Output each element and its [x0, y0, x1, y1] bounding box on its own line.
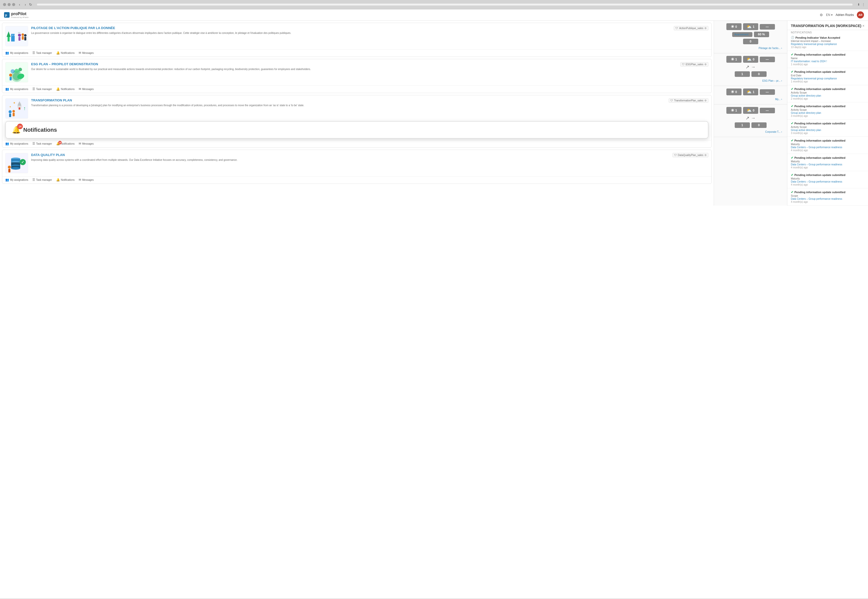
user-name[interactable]: Adrien Rozès — [836, 13, 854, 17]
plan-title-row: ESG PLAN – PROPILOT DEMONSTRATION 🛡 ESGP… — [31, 62, 708, 66]
notif-title-2: ✔ Pending information update submitted — [791, 70, 865, 74]
more-icon[interactable]: ⋮ — [862, 3, 865, 6]
clock-icon: 🕐 — [791, 36, 794, 39]
metric-dash-pilotage: — — [760, 24, 775, 30]
footer-taskmanager-1[interactable]: ☰ Task manager — [32, 87, 52, 91]
plan-card-header: ✓ DATA QUALITY PLAN 🛡 DataQualityPlan_sa… — [2, 150, 711, 175]
check-icon: ✔ — [791, 87, 793, 91]
footer-assignations-3[interactable]: 👥 My assignations — [5, 178, 28, 182]
footer-notifications-0[interactable]: 🔔 Notifications — [56, 51, 75, 55]
arrow-up-icon-esg: ↗ — [746, 64, 749, 70]
footer-notifications-3[interactable]: 🔔 Notifications — [56, 178, 75, 182]
footer-label: Notifications — [61, 88, 75, 90]
footer-assignations-0[interactable]: 👥 My assignations — [5, 51, 28, 55]
metric-cloud-esg: ⛅ 0 — [743, 56, 758, 63]
notif-desc-6: Maturity — [791, 143, 865, 146]
notif-title-4: ✔ Pending information update submitted — [791, 104, 865, 108]
settings-icon[interactable]: ⚙ — [820, 13, 823, 17]
notif-link-5[interactable]: Group active directory plan — [791, 129, 865, 131]
download-icon[interactable]: ⬇ — [857, 3, 860, 6]
language-selector[interactable]: EN ▾ — [826, 13, 833, 17]
footer-taskmanager-3[interactable]: ☰ Task manager — [32, 178, 52, 182]
bell-icon: 🔔 — [56, 87, 60, 91]
metrics-footer-pilotage[interactable]: Pilotage de l'actio... › — [716, 46, 785, 51]
check-icon: ✔ — [791, 53, 793, 56]
shield-icon: 🛡 — [674, 154, 677, 157]
url-bar[interactable] — [37, 3, 853, 6]
forward-button[interactable]: › — [24, 2, 27, 7]
metrics-footer-esg[interactable]: ESG Plan – pr... › — [716, 78, 785, 83]
notif-link-2[interactable]: Regulatory transversal group compliance — [791, 77, 865, 80]
refresh-button[interactable]: ↻ — [29, 3, 32, 7]
notif-link-6[interactable]: Data Centers – Group performance readine… — [791, 146, 865, 149]
footer-assignations-1[interactable]: 👥 My assignations — [5, 87, 28, 91]
metrics-transformation: ☀ 0 ⛅ 1 — My... › — [714, 86, 787, 104]
svg-point-46 — [8, 166, 11, 169]
notification-count: 14 — [17, 123, 23, 129]
app: p proPilot Powered by dFakto ⚙ EN ▾ Adri… — [0, 9, 868, 598]
footer-taskmanager-2[interactable]: ☰ Task manager — [32, 142, 52, 145]
notif-title-8: ✔ Pending information update submitted — [791, 173, 865, 177]
metrics-footer-dataquality[interactable]: Corporate T... › — [716, 129, 785, 134]
footer-messages-1[interactable]: ✉ Messages — [79, 87, 94, 91]
notif-desc-2: End Date — [791, 74, 865, 77]
svg-rect-6 — [12, 35, 13, 36]
plan-title-row: PILOTAGE DE L'ACTION PUBLIQUE PAR LA DON… — [31, 26, 708, 30]
footer-label: Task manager — [36, 142, 52, 145]
svg-point-10 — [21, 33, 24, 36]
logo-sub: Powered by dFakto — [11, 16, 29, 18]
notif-desc-9: Scope — [791, 194, 865, 197]
notif-link-4[interactable]: Group active directory plan — [791, 111, 865, 114]
check-icon: ✔ — [791, 156, 793, 160]
notif-panel-title: TRANSFORMATION PLAN (WORKSPACE) — [791, 24, 861, 28]
notif-link-7[interactable]: Data Centers – Group performance readine… — [791, 163, 865, 166]
footer-taskmanager-0[interactable]: ☰ Task manager — [32, 51, 52, 55]
gear-icon-esg[interactable]: ⚙ — [704, 63, 707, 66]
avatar[interactable]: AR — [857, 11, 864, 18]
svg-rect-34 — [13, 113, 15, 116]
footer-messages-2[interactable]: ✉ Messages — [79, 142, 94, 145]
notif-item-8: ✔ Pending information update submitted M… — [787, 171, 868, 188]
metric-pct-pilotage: 60 % — [754, 32, 769, 37]
footer-messages-3[interactable]: ✉ Messages — [79, 178, 94, 182]
metrics-footer-transformation[interactable]: My... › — [716, 97, 785, 102]
metrics-row-top-pilotage: ☀ 0 ⛅ 1 — — [716, 23, 785, 30]
notif-link-8[interactable]: Data Centers – Group performance readine… — [791, 180, 865, 183]
footer-messages-0[interactable]: ✉ Messages — [79, 51, 94, 55]
notif-time-7: 4 month(s) ago — [791, 166, 865, 169]
notif-time-8: 4 month(s) ago — [791, 183, 865, 186]
plan-tag-esg: 🛡 ESGPlan_sales ⚙ — [680, 62, 708, 66]
notif-link-9[interactable]: Data Centers – Group performance readine… — [791, 197, 865, 200]
footer-notifications-1[interactable]: 🔔 Notifications — [56, 87, 75, 91]
notif-link-3[interactable]: Group active directory plan — [791, 94, 865, 97]
metric-cloud-transformation: ⛅ 1 — [743, 89, 758, 95]
close-button[interactable]: × — [862, 24, 865, 28]
svg-text:✓: ✓ — [21, 160, 24, 164]
notif-link-0[interactable]: Regulatory transversal group compliance — [791, 43, 865, 45]
footer-label: My assignations — [10, 142, 28, 145]
mail-icon: ✉ — [79, 142, 81, 145]
svg-rect-7 — [14, 35, 15, 36]
plan-title-row: DATA QUALITY PLAN 🛡 DataQualityPlan_sale… — [31, 153, 708, 157]
svg-text:★: ★ — [9, 106, 11, 108]
metric-cloud-pilotage: ⛅ 1 — [743, 23, 758, 30]
notif-title-0: 🕐 Pending Indicator Value Accepted — [791, 36, 865, 39]
back-button[interactable]: ‹ — [18, 2, 21, 7]
gear-icon-pilotage[interactable]: ⚙ — [704, 27, 707, 30]
plan-card-esg: ESG PLAN – PROPILOT DEMONSTRATION 🛡 ESGP… — [2, 59, 712, 93]
footer-label: Messages — [82, 88, 94, 90]
check-icon: ✔ — [791, 139, 793, 142]
svg-point-8 — [18, 34, 21, 37]
footer-assignations-2[interactable]: 👥 My assignations — [5, 142, 28, 145]
left-panel: PILOTAGE DE L'ACTION PUBLIQUE PAR LA DON… — [0, 21, 714, 206]
gear-icon-dataquality[interactable]: ⚙ — [704, 154, 707, 157]
gear-icon-transformation[interactable]: ⚙ — [704, 99, 707, 102]
notif-link-1[interactable]: IT transformation: road to 2024 ! — [791, 60, 865, 63]
footer-notifications-2[interactable]: 🔔 14 Notifications — [56, 142, 75, 145]
svg-rect-28 — [19, 107, 20, 110]
notif-desc-8: Maturity — [791, 177, 865, 180]
svg-rect-23 — [10, 77, 12, 80]
plan-title-dataquality: DATA QUALITY PLAN — [31, 153, 65, 157]
plan-card-header: ESG PLAN – PROPILOT DEMONSTRATION 🛡 ESGP… — [2, 59, 711, 84]
footer-label: Messages — [82, 142, 94, 145]
